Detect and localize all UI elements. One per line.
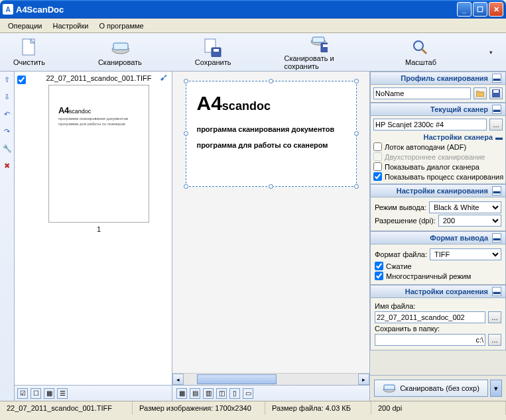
- preview-tool-2[interactable]: ▤: [190, 388, 200, 399]
- maximize-button[interactable]: ☐: [473, 2, 487, 17]
- filename-browse-button[interactable]: …: [488, 311, 501, 323]
- scan-save-icon: [309, 34, 328, 53]
- svg-rect-7: [312, 37, 324, 42]
- app-icon: A: [3, 4, 13, 15]
- magnifier-icon: [411, 38, 430, 57]
- format-header[interactable]: Формат вывода ▬: [370, 231, 506, 244]
- main-toolbar: Очистить Сканировать Сохранить Сканирова…: [0, 33, 506, 72]
- adf-checkbox[interactable]: [373, 142, 382, 151]
- menu-settings[interactable]: Настройки: [48, 21, 92, 31]
- scan-button[interactable]: Сканировать: [98, 38, 142, 66]
- status-image-size: Размер изображения: 1700x2340: [133, 401, 265, 415]
- preview-tool-3[interactable]: ▥: [203, 388, 214, 399]
- scan-settings-header[interactable]: Настройки сканирования ▬: [370, 184, 506, 197]
- selection-frame[interactable]: A4scandoc программа сканирования докумен…: [186, 81, 357, 187]
- menu-about[interactable]: О программе: [95, 21, 147, 31]
- thumbnail-bottom-toolbar: ☑ ☐ ▦ ☰: [15, 385, 172, 401]
- collapse-icon[interactable]: ▬: [495, 133, 503, 141]
- delete-button[interactable]: ✖: [2, 160, 13, 171]
- titlebar: A A4ScanDoc _ ☐ ✕: [0, 0, 506, 19]
- profile-header[interactable]: Профиль сканирования ▬: [370, 72, 506, 85]
- save-button[interactable]: Сохранить: [195, 38, 231, 66]
- thumbnail-filename: 22_07_2011_scandoc_001.TIFF: [29, 74, 169, 82]
- scanner-header[interactable]: Текущий сканер ▬: [370, 103, 506, 116]
- rotate-right-button[interactable]: ↷: [2, 126, 13, 136]
- page-icon: [20, 38, 38, 57]
- preview-tool-6[interactable]: ▭: [243, 388, 253, 399]
- save-settings-header[interactable]: Настройки сохранения ▬: [370, 285, 506, 298]
- menu-operations[interactable]: Операции: [4, 21, 46, 31]
- save-icon: [204, 38, 222, 57]
- view-list-button[interactable]: ☰: [57, 388, 68, 399]
- collapse-icon[interactable]: ▬: [492, 105, 501, 114]
- menubar: Операции Настройки О программе: [0, 19, 506, 33]
- wrench-icon[interactable]: [160, 73, 169, 82]
- collapse-icon[interactable]: ▬: [492, 287, 501, 296]
- show-dialog-checkbox[interactable]: [373, 162, 382, 171]
- status-filename: 22_07_2011_scandoc_001.TIFF: [0, 401, 133, 415]
- profile-name-input[interactable]: [373, 87, 471, 99]
- save-profile-button[interactable]: [489, 87, 503, 99]
- vertical-toolbar: ⇧ ⇩ ↶ ↷ 🔧 ✖: [0, 72, 15, 401]
- open-profile-button[interactable]: [474, 87, 487, 99]
- dpi-select[interactable]: 200: [438, 215, 501, 227]
- horizontal-scrollbar[interactable]: ◂ ▸: [172, 373, 369, 385]
- zoom-button[interactable]: Масштаб: [405, 38, 436, 66]
- file-format-select[interactable]: TIFF: [430, 248, 501, 260]
- thumbnail-checkbox[interactable]: [17, 76, 26, 84]
- folder-browse-button[interactable]: …: [488, 334, 501, 346]
- svg-rect-9: [323, 44, 328, 47]
- preview-tool-1[interactable]: ▦: [176, 388, 187, 399]
- show-process-checkbox[interactable]: [373, 172, 382, 181]
- rotate-left-button[interactable]: ↶: [2, 109, 13, 119]
- move-down-button[interactable]: ⇩: [2, 91, 13, 102]
- clear-button[interactable]: Очистить: [13, 38, 45, 66]
- output-mode-select[interactable]: Black & White: [429, 201, 501, 213]
- status-dpi: 200 dpi: [371, 401, 506, 415]
- scanner-settings-subheader: Настройки сканера: [424, 133, 493, 141]
- scanner-icon: [383, 384, 396, 393]
- scroll-thumb[interactable]: [197, 374, 277, 384]
- scan-nosave-button[interactable]: Сканировать (без сохр): [374, 380, 488, 397]
- scan-save-button[interactable]: Сканировать и сохранить: [285, 34, 352, 70]
- collapse-icon[interactable]: ▬: [492, 233, 501, 242]
- close-button[interactable]: ✕: [489, 2, 503, 17]
- collapse-icon[interactable]: ▬: [492, 186, 501, 195]
- scroll-left-button[interactable]: ◂: [172, 374, 184, 385]
- filename-input[interactable]: [375, 311, 485, 323]
- floppy-icon: [492, 89, 500, 97]
- preview-bottom-toolbar: ▦ ▤ ▥ ◫ ▯ ▭: [172, 385, 369, 401]
- thumbnail-item[interactable]: 22_07_2011_scandoc_001.TIFF A4scandoc пр…: [17, 74, 169, 233]
- duplex-checkbox: [373, 152, 382, 161]
- folder-icon: [476, 90, 484, 97]
- deselect-all-button[interactable]: ☐: [31, 388, 41, 399]
- svg-point-10: [414, 41, 423, 50]
- thumbnail-preview[interactable]: A4scandoc программа сканирования докумен…: [48, 85, 149, 223]
- window-title: A4ScanDoc: [16, 5, 457, 15]
- toolbar-overflow[interactable]: ▾: [489, 49, 493, 56]
- multipage-checkbox[interactable]: [375, 272, 383, 280]
- collapse-icon[interactable]: ▬: [492, 74, 501, 83]
- scan-dropdown-button[interactable]: ▾: [490, 380, 502, 397]
- view-grid-button[interactable]: ▦: [44, 388, 54, 399]
- minimize-button[interactable]: _: [457, 2, 472, 17]
- preview-canvas[interactable]: A4scandoc программа сканирования докумен…: [172, 72, 369, 373]
- svg-rect-15: [384, 385, 395, 390]
- scanner-browse-button[interactable]: …: [489, 119, 503, 131]
- select-all-button[interactable]: ☑: [17, 388, 28, 399]
- folder-input[interactable]: [375, 334, 485, 346]
- status-file-size: Размер файла: 4.03 КБ: [265, 401, 371, 415]
- move-up-button[interactable]: ⇧: [2, 74, 13, 85]
- compression-checkbox[interactable]: [375, 262, 383, 270]
- page-number: 1: [29, 225, 169, 233]
- preview-tool-4[interactable]: ◫: [216, 388, 227, 399]
- svg-rect-13: [493, 90, 499, 93]
- statusbar: 22_07_2011_scandoc_001.TIFF Размер изобр…: [0, 401, 506, 415]
- scanner-name-input[interactable]: [373, 119, 487, 131]
- scroll-right-button[interactable]: ▸: [358, 374, 369, 385]
- settings-panel: Профиль сканирования ▬ Текущий сканер ▬ …: [369, 72, 506, 401]
- svg-line-11: [422, 49, 426, 54]
- preview-panel: A4scandoc программа сканирования докумен…: [172, 72, 369, 401]
- settings-icon-button[interactable]: 🔧: [2, 143, 13, 154]
- preview-tool-5[interactable]: ▯: [229, 388, 240, 399]
